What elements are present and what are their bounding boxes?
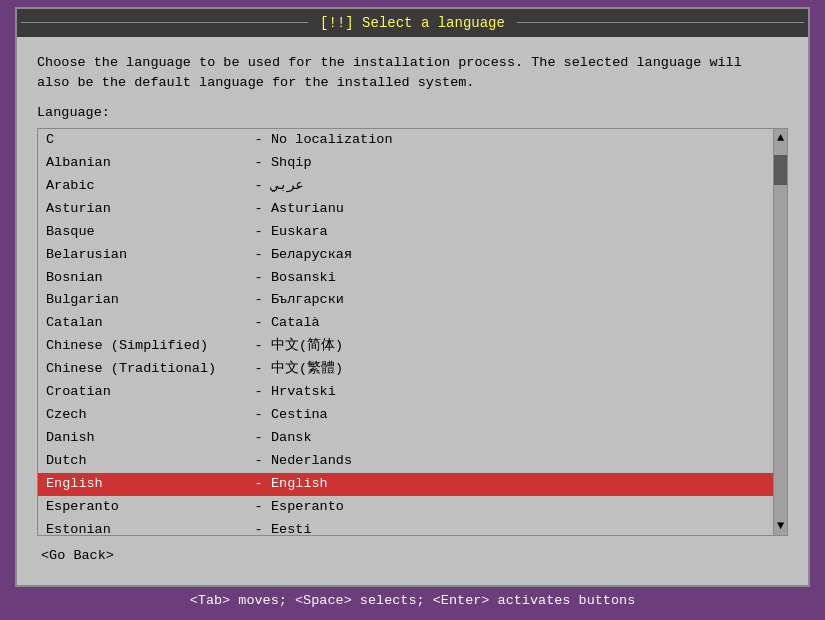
lang-native: Cestina: [271, 405, 765, 426]
dialog-window: [!!] Select a language Choose the langua…: [15, 7, 810, 587]
lang-name: English: [46, 474, 246, 495]
lang-name: Arabic: [46, 176, 246, 197]
lang-name: Basque: [46, 222, 246, 243]
list-item[interactable]: Albanian-Shqip: [38, 152, 773, 175]
lang-native: Беларуская: [271, 245, 765, 266]
list-item[interactable]: Asturian-Asturianu: [38, 198, 773, 221]
lang-native: Eesti: [271, 520, 765, 535]
dialog-title: [!!] Select a language: [312, 15, 513, 31]
go-back-button[interactable]: <Go Back>: [37, 546, 118, 565]
lang-dash: -: [246, 382, 271, 403]
lang-name: Bosnian: [46, 268, 246, 289]
lang-dash: -: [246, 290, 271, 311]
lang-native: Nederlands: [271, 451, 765, 472]
list-item[interactable]: Belarusian-Беларуская: [38, 244, 773, 267]
lang-dash: -: [246, 405, 271, 426]
description-line2: also be the default language for the ins…: [37, 75, 474, 90]
lang-dash: -: [246, 222, 271, 243]
language-label: Language:: [37, 105, 788, 120]
language-list[interactable]: C-No localizationAlbanian-ShqipArabic-عر…: [38, 129, 773, 535]
lang-dash: -: [246, 336, 271, 357]
scroll-down-arrow[interactable]: ▼: [775, 517, 786, 535]
main-content: Choose the language to be used for the i…: [17, 37, 808, 585]
lang-native: Shqip: [271, 153, 765, 174]
lang-native: English: [271, 474, 765, 495]
list-item[interactable]: Basque-Euskara: [38, 221, 773, 244]
lang-dash: -: [246, 520, 271, 535]
lang-native: Dansk: [271, 428, 765, 449]
lang-name: Esperanto: [46, 497, 246, 518]
lang-native: Hrvatski: [271, 382, 765, 403]
list-item[interactable]: Estonian-Eesti: [38, 519, 773, 535]
title-bar-line-right: [517, 22, 804, 23]
lang-dash: -: [246, 451, 271, 472]
lang-name: Bulgarian: [46, 290, 246, 311]
lang-dash: -: [246, 497, 271, 518]
scroll-thumb[interactable]: [774, 155, 787, 185]
lang-name: Belarusian: [46, 245, 246, 266]
lang-dash: -: [246, 176, 271, 197]
lang-dash: -: [246, 130, 271, 151]
lang-dash: -: [246, 268, 271, 289]
list-item[interactable]: Esperanto-Esperanto: [38, 496, 773, 519]
lang-native: 中文(繁體): [271, 359, 765, 380]
lang-name: C: [46, 130, 246, 151]
status-bar: <Tab> moves; <Space> selects; <Enter> ac…: [174, 587, 652, 614]
list-item[interactable]: C-No localization: [38, 129, 773, 152]
lang-dash: -: [246, 359, 271, 380]
lang-native: Català: [271, 313, 765, 334]
list-item[interactable]: Arabic-عربي: [38, 175, 773, 198]
description: Choose the language to be used for the i…: [37, 53, 788, 94]
scroll-track[interactable]: [774, 147, 787, 517]
lang-name: Asturian: [46, 199, 246, 220]
lang-name: Albanian: [46, 153, 246, 174]
list-item[interactable]: Croatian-Hrvatski: [38, 381, 773, 404]
lang-name: Dutch: [46, 451, 246, 472]
lang-native: Esperanto: [271, 497, 765, 518]
lang-native: Bosanski: [271, 268, 765, 289]
lang-dash: -: [246, 153, 271, 174]
lang-name: Estonian: [46, 520, 246, 535]
list-item[interactable]: English-English: [38, 473, 773, 496]
lang-native: 中文(简体): [271, 336, 765, 357]
list-item[interactable]: Danish-Dansk: [38, 427, 773, 450]
lang-native: Euskara: [271, 222, 765, 243]
lang-dash: -: [246, 313, 271, 334]
lang-native: Български: [271, 290, 765, 311]
list-item[interactable]: Bosnian-Bosanski: [38, 267, 773, 290]
description-line1: Choose the language to be used for the i…: [37, 55, 742, 70]
language-list-container: C-No localizationAlbanian-ShqipArabic-عر…: [37, 128, 788, 536]
list-item[interactable]: Chinese (Simplified)-中文(简体): [38, 335, 773, 358]
bottom-buttons: <Go Back>: [37, 536, 788, 569]
scroll-up-arrow[interactable]: ▲: [775, 129, 786, 147]
lang-dash: -: [246, 474, 271, 495]
lang-name: Danish: [46, 428, 246, 449]
list-item[interactable]: Czech-Cestina: [38, 404, 773, 427]
lang-native: No localization: [271, 130, 765, 151]
lang-name: Chinese (Traditional): [46, 359, 246, 380]
lang-dash: -: [246, 199, 271, 220]
lang-dash: -: [246, 428, 271, 449]
lang-name: Czech: [46, 405, 246, 426]
lang-name: Chinese (Simplified): [46, 336, 246, 357]
title-bar: [!!] Select a language: [17, 9, 808, 37]
list-item[interactable]: Dutch-Nederlands: [38, 450, 773, 473]
scrollbar[interactable]: ▲ ▼: [773, 129, 787, 535]
title-bar-line-left: [21, 22, 308, 23]
lang-native: Asturianu: [271, 199, 765, 220]
lang-dash: -: [246, 245, 271, 266]
list-item[interactable]: Catalan-Català: [38, 312, 773, 335]
lang-name: Croatian: [46, 382, 246, 403]
lang-name: Catalan: [46, 313, 246, 334]
list-item[interactable]: Chinese (Traditional)-中文(繁體): [38, 358, 773, 381]
list-item[interactable]: Bulgarian-Български: [38, 289, 773, 312]
lang-native: عربي: [271, 176, 765, 197]
status-bar-text: <Tab> moves; <Space> selects; <Enter> ac…: [190, 593, 636, 608]
